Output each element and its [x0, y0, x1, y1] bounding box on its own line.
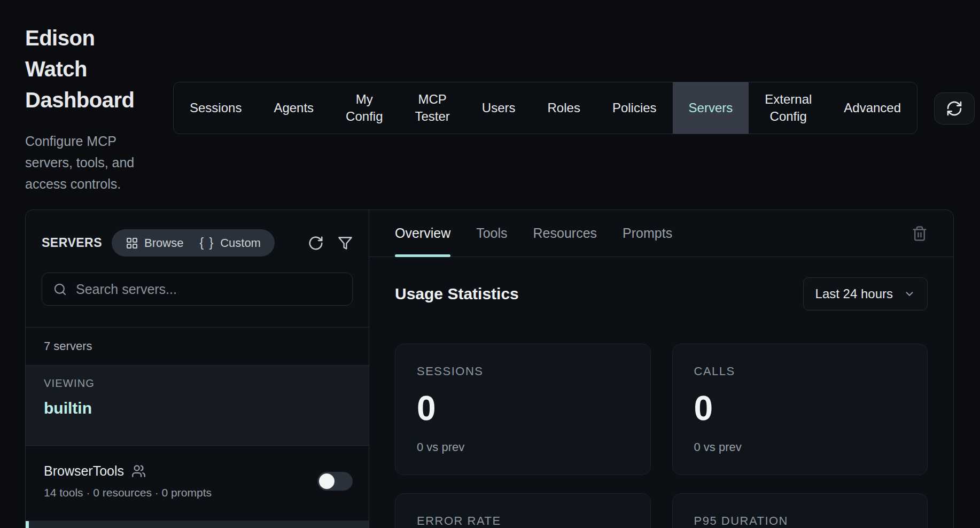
stat-card-calls: CALLS 0 0 vs prev — [672, 344, 928, 475]
funnel-icon — [338, 236, 353, 251]
nav-tab-label: Agents — [274, 99, 314, 117]
chevron-down-icon — [904, 288, 915, 300]
nav-tab-label: Sessions — [190, 99, 242, 117]
delete-server-button[interactable] — [912, 226, 928, 242]
stat-delta: 0 vs prev — [694, 440, 906, 454]
tab-label: Resources — [533, 226, 597, 241]
nav-tab-roles[interactable]: Roles — [532, 82, 596, 134]
section-title: Usage Statistics — [395, 285, 519, 303]
tab-label: Prompts — [623, 226, 672, 241]
tab-tools[interactable]: Tools — [476, 210, 507, 257]
nav-tab-label: Policies — [612, 99, 657, 117]
server-meta: 14 tools · 0 resources · 0 prompts — [44, 486, 212, 499]
detail-tabs: Overview Tools Resources Prompts — [369, 210, 953, 257]
viewing-value[interactable]: builtin — [44, 399, 351, 417]
sidebar-refresh-button[interactable] — [308, 235, 324, 251]
tab-overview[interactable]: Overview — [395, 210, 450, 257]
nav-tab-users[interactable]: Users — [466, 82, 532, 134]
nav-tab-label: Users — [482, 99, 516, 117]
stat-card-error-rate: ERROR RATE — [395, 493, 651, 528]
stat-label: CALLS — [694, 364, 906, 378]
nav-tab-label: MCP Tester — [415, 91, 449, 126]
search-icon — [53, 282, 67, 297]
stat-value: 0 — [417, 391, 629, 425]
grid-icon — [126, 237, 138, 250]
nav-tab-policies[interactable]: Policies — [596, 82, 673, 134]
server-detail-panel: Overview Tools Resources Prompts — [369, 210, 953, 528]
server-count: 7 servers — [26, 327, 369, 365]
toggle-knob — [319, 473, 335, 489]
server-search — [42, 273, 353, 306]
servers-sidebar: SERVERS Browse { } Custom — [26, 210, 369, 528]
nav-tab-label: Advanced — [844, 99, 901, 117]
stat-value: 0 — [694, 391, 906, 425]
server-list-item-partial[interactable] — [26, 521, 369, 528]
nav-tab-sessions[interactable]: Sessions — [174, 82, 258, 134]
server-name: BrowserTools — [44, 463, 124, 479]
refresh-icon — [946, 100, 963, 117]
filter-button[interactable] — [338, 236, 353, 251]
dashboard-page: Edison Watch Dashboard Configure MCP ser… — [0, 0, 980, 528]
stat-card-p95-duration: P95 DURATION — [672, 493, 928, 528]
braces-icon: { } — [199, 236, 214, 250]
custom-label: Custom — [220, 236, 261, 250]
sidebar-heading: SERVERS — [42, 236, 102, 250]
nav-tab-agents[interactable]: Agents — [258, 82, 330, 134]
nav-tab-label: Roles — [548, 99, 580, 117]
server-info: BrowserTools 14 tools · 0 resources · 0 … — [44, 463, 212, 499]
rotate-cw-icon — [308, 235, 324, 251]
stat-delta: 0 vs prev — [417, 440, 629, 454]
server-list-item-browsertools[interactable]: BrowserTools 14 tools · 0 resources · 0 … — [26, 446, 369, 521]
global-refresh-button[interactable] — [934, 92, 975, 125]
brand-block: Edison Watch Dashboard Configure MCP ser… — [25, 22, 160, 195]
tab-prompts[interactable]: Prompts — [623, 210, 672, 257]
stat-label: ERROR RATE — [417, 514, 629, 528]
nav-tab-label: Servers — [689, 99, 733, 117]
tab-resources[interactable]: Resources — [533, 210, 597, 257]
nav-tab-advanced[interactable]: Advanced — [828, 82, 917, 134]
sidebar-header: SERVERS Browse { } Custom — [26, 210, 369, 269]
users-icon — [131, 464, 146, 478]
browsertools-enable-toggle[interactable] — [317, 472, 353, 491]
stats-grid: SESSIONS 0 0 vs prev CALLS 0 0 vs prev E… — [395, 344, 928, 528]
stat-label: P95 DURATION — [694, 514, 906, 528]
custom-toggle-button[interactable]: { } Custom — [199, 236, 261, 250]
browse-label: Browse — [144, 236, 183, 250]
nav-tab-label: My Config — [346, 91, 383, 126]
overview-content: Usage Statistics Last 24 hours SESSIONS — [369, 257, 953, 528]
workspace-panel: SERVERS Browse { } Custom — [25, 209, 954, 528]
time-range-select[interactable]: Last 24 hours — [803, 277, 928, 310]
time-range-value: Last 24 hours — [815, 286, 893, 301]
nav-tab-external-config[interactable]: External Config — [749, 82, 828, 134]
page-subtitle: Configure MCP servers, tools, and access… — [25, 130, 160, 195]
top-nav: Sessions Agents My Config MCP Tester Use… — [173, 82, 917, 134]
nav-tab-servers[interactable]: Servers — [673, 82, 749, 134]
search-input[interactable] — [76, 282, 341, 297]
tab-label: Tools — [476, 226, 507, 241]
viewing-label: VIEWING — [44, 377, 351, 390]
nav-tab-my-config[interactable]: My Config — [330, 82, 399, 134]
nav-tab-mcp-tester[interactable]: MCP Tester — [399, 82, 465, 134]
view-toggle: Browse { } Custom — [112, 229, 275, 257]
tab-label: Overview — [395, 226, 450, 241]
stat-label: SESSIONS — [417, 364, 629, 378]
nav-tab-label: External Config — [765, 91, 812, 126]
trash-icon — [912, 226, 928, 242]
stat-card-sessions: SESSIONS 0 0 vs prev — [395, 344, 651, 475]
browse-toggle-button[interactable]: Browse — [126, 236, 183, 250]
viewing-section: VIEWING builtin — [26, 365, 369, 446]
page-title: Edison Watch Dashboard — [25, 22, 160, 115]
